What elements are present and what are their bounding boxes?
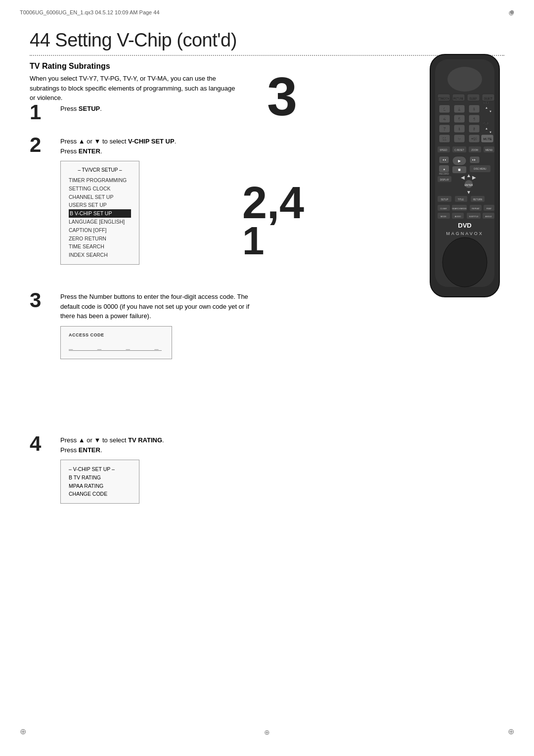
svg-text:STAND/ON: STAND/ON: [438, 97, 449, 100]
svg-text:11: 11: [443, 137, 446, 141]
vchip-change-code: CHANGE CODE: [69, 490, 131, 498]
svg-text:CH: CH: [484, 101, 489, 104]
svg-text:REPEAT: REPEAT: [472, 207, 480, 210]
big-number-3: 3: [267, 73, 297, 120]
footer-crosshair-left: ⊕: [20, 727, 26, 736]
step-2-content: Press ▲ or ▼ to select V-CHIP SET UP.Pre…: [60, 137, 267, 265]
svg-text:▼: ▼: [466, 189, 471, 195]
svg-text:SLEEP: SLEEP: [470, 97, 477, 100]
top-right-crosshair: ⊕: [508, 9, 514, 17]
svg-text:DISPLAY: DISPLAY: [440, 179, 449, 181]
svg-text:SUBTITLE: SUBTITLE: [469, 215, 478, 218]
svg-text:▼: ▼: [489, 130, 492, 135]
page-title: 44 Setting V-Chip (cont'd): [30, 30, 504, 51]
step-2-text: Press ▲ or ▼ to select V-CHIP SET UP.Pre…: [60, 137, 267, 156]
menu-item-zero: ZERO RETURN: [69, 235, 131, 243]
bottom-center-crosshair: ⊕: [264, 728, 270, 736]
vchip-menu-title: – V-CHIP SET UP –: [69, 465, 131, 473]
svg-text:MAGNAVOX: MAGNAVOX: [446, 231, 483, 236]
menu-item-timer: TIMER PROGRAMMING: [69, 176, 131, 185]
access-code-dashes: _ _ _ _: [69, 341, 162, 351]
svg-text:6: 6: [473, 117, 476, 121]
step-2-menu: – TV/VCR SETUP – TIMER PROGRAMMING SETTI…: [60, 161, 139, 265]
svg-text:DISC MENU: DISC MENU: [474, 168, 486, 170]
step-4-text: Press ▲ or ▼ to select TV RATING.Press E…: [60, 435, 267, 455]
svg-text:AUDIO: AUDIO: [455, 215, 461, 218]
svg-text:REAT: REAT: [487, 207, 492, 210]
svg-text:MODE: MODE: [441, 215, 446, 218]
step-4-inner: 4 Press ▲ or ▼ to select TV RATING.Press…: [30, 435, 267, 504]
access-code-label: ACCESS CODE: [69, 332, 162, 337]
vchip-mpaa: MPAA RATING: [69, 482, 131, 490]
svg-text:1: 1: [444, 107, 446, 111]
step-3-content: Press the Number buttons to enter the fo…: [60, 292, 257, 359]
step-4: 4 Press ▲ or ▼ to select TV RATING.Press…: [30, 435, 267, 518]
step-3-text: Press the Number buttons to enter the fo…: [60, 292, 257, 321]
step-4-number: 4: [30, 433, 54, 454]
svg-text:PICTURE: PICTURE: [453, 97, 463, 100]
svg-text:RETURN: RETURN: [473, 198, 483, 201]
step-4-content: Press ▲ or ▼ to select TV RATING.Press E…: [60, 435, 267, 504]
svg-point-96: [443, 237, 487, 287]
vchip-menu-box: – V-CHIP SET UP – B TV RATING MPAA RATIN…: [60, 460, 139, 504]
svg-text:⏺: ⏺: [443, 168, 445, 171]
svg-text:4: 4: [444, 117, 446, 121]
big-number-2: 2,4: [242, 183, 304, 223]
svg-text:▼: ▼: [489, 109, 492, 114]
svg-text:MUTE: MUTE: [484, 138, 492, 141]
step-2-menu-title: – TV/VCR SETUP –: [69, 166, 131, 174]
svg-text:⏭: ⏭: [472, 157, 477, 162]
svg-text:3: 3: [473, 107, 476, 111]
menu-item-index: INDEX SEARCH: [69, 251, 131, 259]
svg-text:▶: ▶: [472, 175, 476, 180]
header-file-info: T0006UG_6006UG_EN_1.qx3 04.5.12 10:09 AM…: [20, 9, 160, 15]
section-subtext: When you select TV-Y7, TV-PG, TV-Y, or T…: [30, 74, 237, 103]
menu-item-vchip: B V-CHIP SET UP: [69, 209, 131, 218]
svg-text:0: 0: [458, 137, 461, 141]
svg-text:8: 8: [458, 127, 461, 131]
menu-item-clock: SETTING CLOCK: [69, 185, 131, 193]
svg-text:■: ■: [458, 167, 460, 172]
svg-text:SPEED: SPEED: [440, 149, 447, 151]
menu-item-channel: CHANNEL SET UP: [69, 193, 131, 201]
menu-item-users: USERS SET UP: [69, 201, 131, 209]
svg-text:7: 7: [444, 127, 446, 131]
step-1: 1 Press SETUP.: [30, 104, 267, 123]
svg-text:SEARCH/MODE: SEARCH/MODE: [452, 207, 467, 210]
svg-text:VOL: VOL: [483, 122, 490, 125]
step-1-number: 1: [30, 102, 54, 123]
step-2-number: 2: [30, 135, 54, 155]
steps-area: 1 Press SETUP. 2 Press ▲ or ▼ to select …: [30, 104, 267, 279]
step-3-inner: 3 Press the Number buttons to enter the …: [30, 292, 257, 359]
svg-point-2: [447, 67, 482, 92]
svg-text:SELECT: SELECT: [484, 97, 492, 100]
big-number-1: 1: [242, 223, 304, 259]
step-2: 2 Press ▲ or ▼ to select V-CHIP SET UP.P…: [30, 137, 267, 265]
svg-text:◀: ◀: [461, 175, 465, 180]
menu-item-time: TIME SEARCH: [69, 242, 131, 251]
svg-text:ENTER: ENTER: [465, 184, 473, 187]
svg-text:▲: ▲: [485, 105, 489, 110]
svg-text:2: 2: [458, 107, 461, 111]
svg-text:TITLE: TITLE: [458, 198, 464, 201]
step-big-numbers: 3: [267, 73, 297, 120]
remote-control: STAND/ON PICTURE SLEEP SELECT 1 2 3 CH ▲…: [415, 49, 514, 308]
svg-text:5: 5: [458, 117, 461, 121]
svg-text:⏮: ⏮: [442, 157, 446, 162]
svg-text:▶: ▶: [458, 158, 461, 163]
svg-text:DVD: DVD: [458, 222, 471, 229]
step-3: 3 Press the Number buttons to enter the …: [30, 292, 257, 373]
svg-text:+10: +10: [471, 137, 477, 141]
svg-text:▲: ▲: [466, 173, 471, 178]
step-1-content: Press SETUP.: [60, 104, 267, 114]
svg-text:C.RESET: C.RESET: [454, 149, 464, 151]
svg-text:ANGLE: ANGLE: [485, 215, 492, 218]
step-3-number: 3: [30, 290, 54, 311]
svg-text:▲: ▲: [485, 126, 489, 131]
header-bar: T0006UG_6006UG_EN_1.qx3 04.5.12 10:09 AM…: [20, 9, 514, 15]
svg-text:9: 9: [473, 127, 476, 131]
menu-item-caption: CAPTION [OFF]: [69, 226, 131, 235]
svg-text:RECORD: RECORD: [439, 173, 449, 175]
vchip-tv-rating: B TV RATING: [69, 473, 131, 482]
svg-text:SETUP: SETUP: [441, 198, 448, 201]
